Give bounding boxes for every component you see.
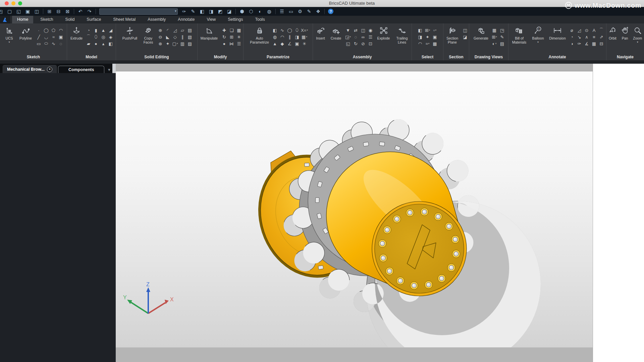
delete-face-icon[interactable]: ▢▾ (172, 40, 178, 47)
constraints-freeze-icon[interactable]: ✳ (301, 40, 308, 47)
mirror-3d-icon[interactable]: ⋈ (228, 40, 235, 47)
bill-of-materials-button[interactable]: Bill of Materials (510, 24, 529, 44)
smart-dimension-icon[interactable]: ✑ (576, 40, 583, 47)
parameters-table-icon[interactable]: ▦▾ (301, 34, 308, 40)
generate-views-button[interactable]: Generate (472, 24, 490, 41)
model-viewport[interactable]: ZYX (116, 71, 593, 347)
constrain-circle-icon[interactable]: ◯ (286, 27, 293, 34)
view-section-dropdown-arrow-icon[interactable]: ▾ (495, 42, 497, 45)
annotation-monitor-icon[interactable]: ⊟ (598, 40, 605, 47)
line-icon[interactable]: ╱ (36, 34, 42, 40)
extrude-button[interactable]: Extrude (69, 24, 84, 41)
select-loop-icon[interactable]: ◠ (417, 40, 424, 47)
align-icon[interactable]: ⊞ (228, 34, 235, 40)
structure-tree-icon[interactable]: ☰ (236, 40, 243, 47)
balloon-button[interactable]: 1Balloon▾ (530, 24, 546, 44)
push-pull-button[interactable]: Push/Pull (120, 24, 140, 41)
tolerance-icon[interactable]: ◑ (569, 40, 575, 47)
parameters-table-dropdown-arrow-icon[interactable]: ▾ (306, 36, 307, 38)
intersect-icon[interactable]: ⊗ (157, 40, 164, 47)
spline-fit-icon[interactable]: ≈ (50, 34, 57, 40)
tab-settings[interactable]: Settings (223, 16, 248, 23)
sphere-icon[interactable]: ● (93, 40, 99, 47)
extrude-face-icon[interactable]: ✦ (164, 40, 171, 47)
tab-tools[interactable]: Tools (250, 16, 270, 23)
print-icon[interactable]: ⊟ (56, 9, 61, 14)
constrain-angle-icon[interactable]: ∠ (286, 40, 293, 47)
frustum-icon[interactable]: ▰ (85, 40, 92, 47)
stitch-icon[interactable]: ▤ (186, 27, 193, 34)
dim-radius-icon[interactable]: ◔ (569, 34, 575, 40)
select-box-icon[interactable]: ▫▾ (432, 27, 438, 34)
view-projection-icon[interactable]: ⊞▾ (491, 34, 498, 40)
print-preview-icon[interactable]: ⊞ (47, 9, 52, 14)
import-component-dropdown-arrow-icon[interactable]: ▾ (350, 36, 351, 38)
insert-component-button[interactable]: Insert (314, 24, 327, 41)
select-connected-dropdown-arrow-icon[interactable]: ▾ (429, 29, 430, 32)
array-rectangular-icon[interactable]: ▦ (236, 27, 243, 34)
select-solid-icon[interactable]: ▣ (432, 34, 438, 40)
settings-icon[interactable]: ⚙ (297, 9, 303, 14)
wireframe-mode-icon[interactable]: ⬡ (248, 9, 254, 14)
polyline-button[interactable]: Polyline (17, 24, 35, 41)
tab-view[interactable]: View (202, 16, 221, 23)
dim-symmetry-icon[interactable]: ∧ (583, 34, 590, 40)
tab-sketch[interactable]: Sketch (35, 16, 58, 23)
constrain-blend-icon[interactable]: ◆ (279, 40, 286, 47)
tab-surface[interactable]: Surface (82, 16, 106, 23)
array-polar-icon[interactable]: ✳ (236, 34, 243, 40)
ellipse-icon[interactable]: ⬭ (43, 40, 50, 47)
view-projection-dropdown-arrow-icon[interactable]: ▾ (496, 36, 497, 38)
view-section-icon[interactable]: ◐▾ (491, 40, 498, 47)
constrain-path-icon[interactable]: ∿ (279, 27, 286, 34)
section-block-icon[interactable]: ◪ (462, 34, 469, 40)
copy-3d-icon[interactable]: ❏ (228, 27, 235, 34)
delete-face-dropdown-arrow-icon[interactable]: ▾ (177, 42, 178, 45)
slice-icon[interactable]: ◧ (107, 40, 114, 47)
insert-standard-part-icon[interactable]: ▼ (345, 27, 352, 34)
arc-icon[interactable]: ◡ (43, 34, 50, 40)
constrain-arc-icon[interactable]: ◠ (279, 34, 286, 40)
zoom-dropdown-arrow-icon[interactable]: ▾ (637, 41, 638, 44)
import-component-icon[interactable]: ◲▾ (345, 34, 352, 40)
balloon-dropdown-arrow-icon[interactable]: ▾ (537, 41, 539, 44)
publish-icon[interactable]: ⊠ (65, 9, 70, 14)
move-3d-icon[interactable]: ✚ (221, 27, 228, 34)
rectangle-icon[interactable]: ▭ (36, 40, 42, 47)
loft-icon[interactable]: ◈ (107, 34, 114, 40)
move-face-icon[interactable]: ◇ (172, 34, 178, 40)
select-connected-icon[interactable]: ⊞▾ (424, 27, 431, 34)
circle-icon[interactable]: ◯ (43, 27, 50, 34)
app-grid-icon[interactable]: ◳ (0, 9, 3, 14)
constrain-cylinder-icon[interactable]: ⬯ (294, 27, 301, 34)
auto-parametrize-button[interactable]: Auto Parametrize (249, 24, 271, 44)
expression-icon[interactable]: X=▾ (301, 27, 308, 34)
select-smart-icon[interactable]: ✦ (424, 34, 431, 40)
explode-assembly-button[interactable]: Explode (375, 24, 392, 41)
hierarchy-icon[interactable]: ☰ (367, 34, 374, 40)
drawing-explorer-icon[interactable]: ☰ (279, 9, 285, 14)
text-align-icon[interactable]: ≡ (591, 34, 597, 40)
text-editor-icon[interactable]: ✎ (306, 9, 312, 14)
ucs-button[interactable]: UCS▾ (3, 24, 16, 44)
constrain-face-icon[interactable]: ◨ (294, 34, 301, 40)
select-box-dropdown-arrow-icon[interactable]: ▾ (435, 29, 437, 32)
panel-tab-mechanical-brow-[interactable]: Mechanical Brow...✕ (3, 65, 57, 73)
manipulate-button[interactable]: Manipulate (199, 24, 220, 41)
pan-button[interactable]: Pan (620, 24, 630, 41)
select-subtract-icon[interactable]: ◩ (217, 9, 223, 14)
union-icon[interactable]: ⊕ (157, 27, 164, 34)
convert-to-block-icon[interactable]: ◱ (345, 40, 352, 47)
offset-face-icon[interactable]: ▱ (179, 27, 186, 34)
sprocket-3d-model[interactable]: ZYX (116, 71, 593, 347)
mechanical-link-icon[interactable]: ∞ (360, 34, 367, 40)
shaded-mode-icon[interactable]: ⬢ (239, 9, 245, 14)
separate-solids-icon[interactable]: ∥ (179, 34, 186, 40)
create-component-button[interactable]: Create (328, 24, 344, 41)
fillet-edge-icon[interactable]: ◜ (164, 27, 171, 34)
torus-section-icon[interactable]: ◔ (85, 27, 92, 34)
sweep-icon[interactable]: ⌒ (85, 34, 92, 40)
orbit-button[interactable]: Orbit (606, 24, 619, 41)
dim-angle-icon[interactable]: ∡ (583, 40, 590, 47)
taper-face-icon[interactable]: ◿ (172, 27, 178, 34)
